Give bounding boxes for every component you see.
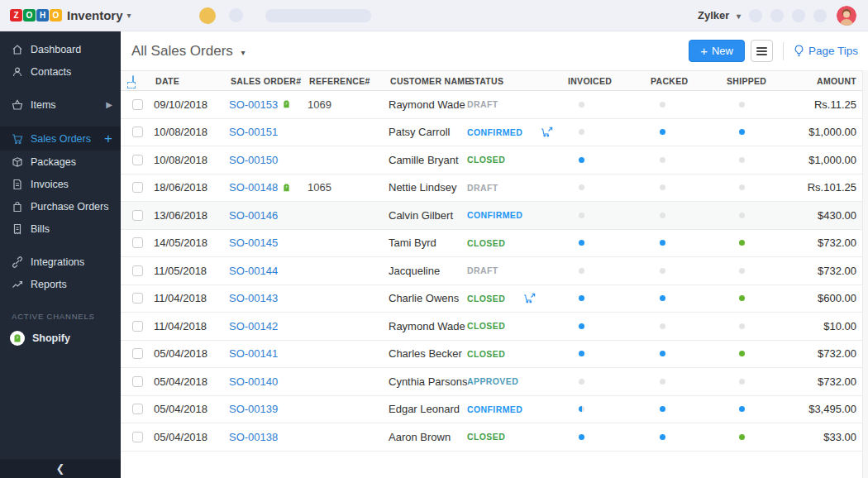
order-number-link[interactable]: SO-00144 <box>229 265 278 277</box>
row-checkbox[interactable] <box>132 99 143 110</box>
page-title-dropdown[interactable]: All Sales Orders ▾ <box>131 43 246 60</box>
page-tips-link[interactable]: Page Tips <box>794 45 858 57</box>
topbar-icon-3[interactable] <box>792 9 805 22</box>
table-row[interactable]: 09/10/2018 SO-00153 1069 Raymond Wade DR… <box>121 91 868 119</box>
topbar-icon-2[interactable] <box>770 9 784 22</box>
status-badge: CLOSED <box>467 238 505 248</box>
column-header-packed[interactable]: PACKED <box>649 76 725 86</box>
sidebar-collapse-button[interactable]: ❮ <box>0 458 121 478</box>
customer-name: Charlie Owens <box>389 292 467 304</box>
shopify-channel-icon <box>282 183 291 193</box>
packed-dot <box>660 268 665 274</box>
order-date: 09/10/2018 <box>154 98 229 111</box>
reorder-cart-icon[interactable] <box>523 293 536 304</box>
add-sales-order-button[interactable]: + <box>104 131 112 146</box>
invoiced-dot <box>579 295 584 301</box>
table-row[interactable]: 18/06/2018 SO-00148 1065 Nettie Lindsey … <box>121 174 868 203</box>
search-bar-placeholder[interactable] <box>265 9 371 22</box>
sidebar-item-purchase-orders[interactable]: Purchase Orders <box>0 195 121 217</box>
order-amount: $1,000.00 <box>799 126 868 138</box>
order-date: 05/04/2018 <box>154 375 229 388</box>
table-row[interactable]: 05/04/2018 SO-00140 Cynthia Parsons APPR… <box>121 368 868 396</box>
row-checkbox[interactable] <box>132 404 143 414</box>
sidebar-item-reports[interactable]: Reports <box>0 273 121 295</box>
reorder-cart-icon[interactable] <box>541 127 553 137</box>
table-row[interactable]: 11/04/2018 SO-00142 Raymond Wade CLOSED … <box>121 313 868 341</box>
column-header-reference[interactable]: REFERENCE# <box>308 76 389 86</box>
column-header-shipped[interactable]: SHIPPED <box>725 76 799 86</box>
package-icon <box>12 156 23 168</box>
packed-dot <box>660 184 665 190</box>
chart-line-icon <box>12 279 23 290</box>
sidebar-item-packages[interactable]: Packages <box>0 151 121 173</box>
table-row[interactable]: 05/04/2018 SO-00141 Charles Becker CLOSE… <box>121 341 868 369</box>
sidebar-item-bills[interactable]: Bills <box>0 217 121 240</box>
packed-dot <box>660 129 665 135</box>
chevron-down-icon: ▾ <box>737 12 741 21</box>
table-row[interactable]: 05/04/2018 SO-00139 Edgar Leonard CONFIR… <box>121 396 868 424</box>
column-header-date[interactable]: DATE <box>154 76 229 86</box>
order-number-link[interactable]: SO-00138 <box>229 431 278 443</box>
announcement-icon[interactable] <box>199 7 216 24</box>
sidebar-item-invoices[interactable]: Invoices <box>0 173 121 195</box>
invoiced-dot <box>579 129 584 135</box>
order-number-link[interactable]: SO-00139 <box>229 403 278 415</box>
row-checkbox[interactable] <box>132 237 143 248</box>
row-checkbox[interactable] <box>132 210 143 221</box>
order-number-link[interactable]: SO-00143 <box>229 292 278 304</box>
table-row[interactable]: 11/05/2018 SO-00144 Jacqueline DRAFT $73… <box>121 257 868 285</box>
row-checkbox[interactable] <box>132 348 143 359</box>
org-selector[interactable]: Zylker ▾ <box>698 9 741 22</box>
home-icon <box>12 44 23 55</box>
topbar-icon-placeholder[interactable] <box>229 8 243 22</box>
sidebar-item-items[interactable]: Items ▶ <box>0 93 121 116</box>
sidebar-item-shopify[interactable]: Shopify <box>0 326 121 351</box>
column-header-customer-name[interactable]: CUSTOMER NAME <box>389 76 467 86</box>
topbar-icon-4[interactable] <box>813 9 827 22</box>
row-checkbox[interactable] <box>132 376 143 387</box>
order-number-link[interactable]: SO-00140 <box>229 375 278 388</box>
row-checkbox[interactable] <box>132 155 143 165</box>
select-all-icon[interactable] <box>132 75 134 87</box>
row-checkbox[interactable] <box>132 182 143 193</box>
order-number-link[interactable]: SO-00145 <box>229 237 278 249</box>
new-button[interactable]: +New <box>689 40 745 62</box>
sidebar-item-contacts[interactable]: Contacts <box>0 60 121 83</box>
column-header-amount[interactable]: AMOUNT <box>799 76 868 86</box>
order-date: 14/05/2018 <box>154 237 229 249</box>
order-number-link[interactable]: SO-00151 <box>229 126 278 138</box>
table-row[interactable]: 10/08/2018 SO-00150 Camille Bryant CLOSE… <box>121 146 868 174</box>
column-header-sales-order[interactable]: SALES ORDER# <box>229 76 308 86</box>
row-checkbox[interactable] <box>132 321 143 332</box>
status-badge: APPROVED <box>467 376 518 386</box>
order-number-link[interactable]: SO-00146 <box>229 209 278 222</box>
table-row[interactable]: 14/05/2018 SO-00145 Tami Byrd CLOSED $73… <box>121 230 868 258</box>
shipped-dot <box>739 379 745 385</box>
row-checkbox[interactable] <box>132 265 143 276</box>
order-amount: $1,000.00 <box>799 154 868 166</box>
row-checkbox[interactable] <box>132 293 143 304</box>
product-switcher[interactable]: Z O H O Inventory ▾ <box>10 8 131 22</box>
table-row[interactable]: 10/08/2018 SO-00151 Patsy Carroll CONFIR… <box>121 119 868 147</box>
column-header-invoiced[interactable]: INVOICED <box>566 76 649 86</box>
scrollbar[interactable] <box>862 70 868 478</box>
sidebar-item-integrations[interactable]: Integrations <box>0 251 121 273</box>
list-options-button[interactable] <box>751 40 773 62</box>
table-row[interactable]: 11/04/2018 SO-00143 Charlie Owens CLOSED… <box>121 285 868 313</box>
order-date: 05/04/2018 <box>154 347 229 360</box>
row-checkbox[interactable] <box>132 432 143 442</box>
table-row[interactable]: 05/04/2018 SO-00138 Aaron Brown CLOSED $… <box>121 423 868 452</box>
order-number-link[interactable]: SO-00142 <box>229 320 278 332</box>
column-header-status[interactable]: STATUS <box>467 76 566 86</box>
row-checkbox[interactable] <box>132 127 143 137</box>
sidebar-item-dashboard[interactable]: Dashboard <box>0 38 121 60</box>
order-number-link[interactable]: SO-00141 <box>229 347 278 360</box>
topbar-icon-1[interactable] <box>749 9 762 22</box>
shipped-dot <box>739 351 745 356</box>
table-row[interactable]: 13/06/2018 SO-00146 Calvin Gilbert CONFI… <box>121 202 868 230</box>
order-number-link[interactable]: SO-00153 <box>229 98 278 111</box>
order-number-link[interactable]: SO-00148 <box>229 181 278 194</box>
user-avatar[interactable] <box>837 6 856 26</box>
order-number-link[interactable]: SO-00150 <box>229 154 278 166</box>
sidebar-item-sales-orders[interactable]: Sales Orders + <box>0 127 121 151</box>
